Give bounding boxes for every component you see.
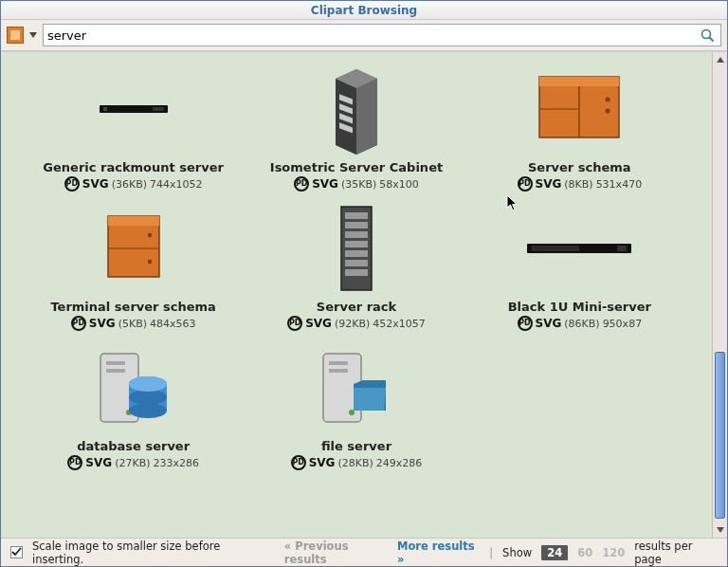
source-dropdown-icon[interactable]: [7, 27, 24, 44]
scroll-up-button[interactable]: [713, 52, 727, 67]
result-item[interactable]: Black 1U Mini-server PD SVG (86KB) 950x8…: [468, 201, 691, 331]
svg-rect-45: [329, 361, 348, 365]
scale-checkbox[interactable]: [10, 546, 23, 558]
result-item[interactable]: Server schema PD SVG (8KB) 531x470: [468, 62, 691, 192]
result-thumb: [271, 201, 442, 296]
svg-rect-34: [617, 246, 627, 251]
search-icon: [700, 27, 715, 43]
file-server-icon: [318, 344, 395, 431]
rackmount-server-icon: [100, 103, 168, 115]
pd-icon: PD: [67, 455, 82, 470]
result-thumb: [271, 62, 442, 156]
result-item[interactable]: file server PD SVG (28KB) 249x286: [245, 340, 467, 470]
dimensions-label: 58x100: [379, 178, 419, 191]
result-thumb: [48, 201, 219, 296]
result-meta: PD SVG (8KB) 531x470: [518, 176, 643, 192]
scrollbar-track[interactable]: [713, 67, 727, 522]
pd-icon: PD: [294, 176, 309, 192]
pd-icon: PD: [518, 316, 533, 331]
result-meta: PD SVG (5KB) 484x563: [71, 316, 196, 331]
result-title: Terminal server schema: [50, 300, 215, 314]
result-item[interactable]: Generic rackmount server PD SVG (36KB) 7…: [22, 62, 245, 192]
result-thumb: [48, 340, 219, 435]
result-title: database server: [77, 439, 190, 453]
result-item[interactable]: database server PD SVG (27KB) 233x286: [22, 340, 245, 470]
format-label: SVG: [89, 317, 116, 330]
isometric-cabinet-icon: [328, 62, 385, 156]
format-label: SVG: [82, 177, 109, 191]
toolbar: [1, 20, 727, 51]
search-button[interactable]: [698, 27, 717, 43]
svg-rect-46: [329, 369, 348, 373]
svg-point-43: [129, 376, 167, 392]
result-thumb: [494, 62, 664, 156]
svg-rect-27: [345, 231, 368, 238]
svg-rect-14: [539, 77, 619, 86]
terminal-server-schema-icon: [102, 210, 165, 286]
result-meta: PD SVG (36KB) 744x1052: [64, 176, 203, 192]
svg-rect-25: [345, 212, 368, 219]
mouse-cursor-icon: [506, 194, 521, 210]
show-label: Show: [502, 546, 532, 559]
svg-rect-37: [106, 369, 125, 373]
pd-icon: PD: [64, 176, 80, 192]
result-item[interactable]: Server rack PD SVG (92KB) 452x1057: [245, 201, 467, 331]
svg-point-23: [147, 260, 151, 264]
pd-icon: PD: [291, 455, 306, 470]
result-title: Server schema: [528, 160, 631, 174]
results-grid: Generic rackmount server PD SVG (36KB) 7…: [1, 62, 712, 470]
svg-rect-3: [103, 107, 107, 111]
dimensions-label: 484x563: [150, 318, 196, 330]
server-rack-icon: [337, 205, 375, 292]
search-input[interactable]: [47, 28, 698, 43]
pd-icon: PD: [71, 316, 86, 331]
per-page-option[interactable]: 60: [577, 546, 592, 559]
filesize-label: (27KB): [115, 457, 150, 469]
search-field-wrap: [43, 24, 721, 46]
format-label: SVG: [305, 317, 332, 330]
source-dropdown-arrow[interactable]: [27, 29, 39, 41]
scroll-down-button[interactable]: [713, 522, 727, 538]
vertical-scrollbar[interactable]: [712, 52, 727, 538]
dimensions-label: 233x286: [153, 457, 199, 469]
per-page-option[interactable]: 120: [602, 546, 625, 559]
dimensions-label: 950x87: [603, 318, 643, 330]
result-meta: PD SVG (86KB) 950x87: [518, 316, 643, 331]
divider: |: [489, 546, 493, 559]
svg-point-22: [147, 233, 151, 237]
filesize-label: (28KB): [337, 457, 373, 469]
svg-rect-20: [108, 216, 159, 226]
svg-point-16: [606, 98, 610, 102]
more-results-link[interactable]: More results »: [397, 540, 480, 566]
footer-bar: Scale image to smaller size before inser…: [1, 538, 727, 566]
result-title: Generic rackmount server: [43, 160, 224, 174]
result-title: Server rack: [317, 300, 396, 314]
filesize-label: (5KB): [118, 318, 147, 330]
result-meta: PD SVG (35KB) 58x100: [294, 176, 419, 192]
per-page-option-selected[interactable]: 24: [541, 545, 568, 560]
result-title: file server: [321, 439, 391, 453]
database-server-icon: [95, 344, 173, 431]
svg-point-42: [129, 390, 167, 405]
check-icon: [11, 547, 22, 558]
result-thumb: [271, 340, 442, 435]
format-label: SVG: [85, 456, 112, 469]
svg-line-1: [710, 38, 714, 42]
mini-server-icon: [527, 243, 631, 254]
server-schema-orange-icon: [534, 71, 625, 147]
result-title: Black 1U Mini-server: [508, 300, 651, 314]
results-canvas: Generic rackmount server PD SVG (36KB) 7…: [1, 52, 712, 538]
dimensions-label: 249x286: [376, 457, 423, 469]
format-label: SVG: [312, 177, 338, 191]
result-item[interactable]: Terminal server schema PD SVG (5KB) 484x…: [22, 201, 245, 331]
content-area: Generic rackmount server PD SVG (36KB) 7…: [1, 51, 727, 538]
format-label: SVG: [309, 456, 336, 469]
filesize-label: (92KB): [335, 318, 370, 330]
filesize-label: (35KB): [341, 178, 376, 191]
result-item[interactable]: Isometric Server Cabinet PD SVG (35KB) 5…: [245, 62, 467, 192]
svg-rect-24: [341, 207, 372, 290]
per-page-suffix: results per page: [634, 540, 718, 566]
clipart-browser-window: Clipart Browsing: [0, 0, 728, 567]
scrollbar-thumb[interactable]: [715, 352, 725, 519]
filesize-label: (36KB): [112, 178, 147, 191]
